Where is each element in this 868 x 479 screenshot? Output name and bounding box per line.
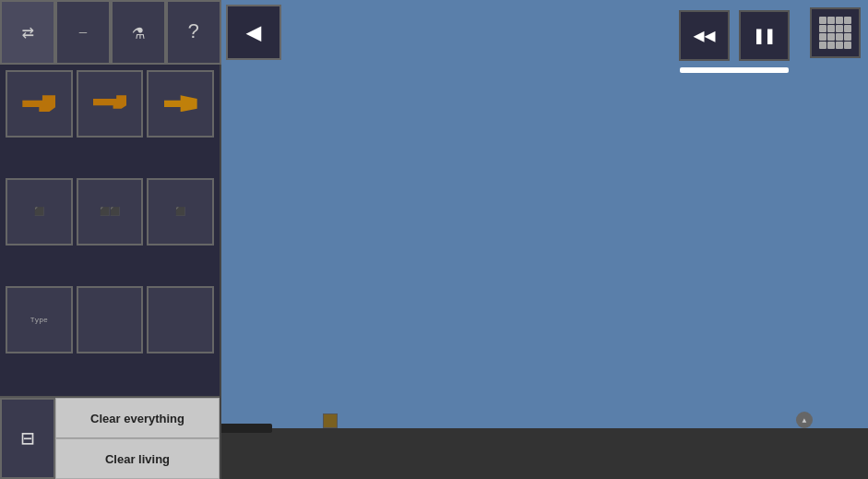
grid-cell [844,33,851,41]
grid-cell [819,33,826,41]
grid-cell [844,17,851,24]
grid-cell [844,42,851,49]
item-label-6: Type [30,316,48,324]
item-grid: ⬛ ⬛⬛ ⬛ Type [0,65,220,396]
help-icon: ? [187,21,199,44]
item-cell-3[interactable]: ⬛ [6,178,73,245]
item-cell-4[interactable]: ⬛⬛ [77,178,144,245]
grid-cell [819,17,826,24]
item-cell-2[interactable] [147,70,214,138]
entity-square [323,413,338,428]
back-button[interactable]: ◀ [226,5,281,60]
sidebar: ⇄ — ⚗ ? ⬛ [0,0,221,479]
exit-button[interactable]: ⊟ [0,398,55,479]
item-cell-6[interactable]: Type [6,286,73,353]
gun-icon-1 [93,95,126,112]
item-cell-1[interactable] [77,70,144,138]
gun-icon-2 [164,95,197,112]
progress-bar[interactable] [680,67,789,73]
ground [221,428,868,479]
potion-icon: ⚗ [132,20,144,45]
grid-toggle-button[interactable] [810,7,861,58]
grid-cell [836,17,843,24]
toolbar: ⇄ — ⚗ ? [0,0,220,65]
grid-icon [819,17,851,49]
pause-icon: ❚❚ [753,24,775,47]
grid-cell [844,25,851,32]
potion-button[interactable]: ⚗ [111,0,166,65]
item-label-5: ⬛ [149,207,212,217]
item-cell-8[interactable] [147,286,214,353]
grid-cell [827,42,835,49]
grid-cell [827,25,835,32]
clear-living-button[interactable]: Clear living [55,438,220,479]
dash-icon: — [79,25,87,40]
clear-buttons: Clear everything Clear living [55,398,220,479]
dash-button[interactable]: — [55,0,111,65]
clear-everything-button[interactable]: Clear everything [55,398,220,438]
item-cell-0[interactable] [6,70,73,138]
grid-cell [819,42,826,49]
gun-icon-0 [22,95,55,112]
grid-cell [836,25,843,32]
exit-icon: ⊟ [21,425,34,452]
grid-cell [827,33,835,41]
item-cell-7[interactable] [77,286,144,353]
ground-object-left [221,424,272,433]
pause-button[interactable]: ❚❚ [739,10,790,61]
canvas-area[interactable]: ◀ ◀◀ ❚❚ [221,0,868,479]
rewind-icon: ◀◀ [693,24,715,47]
item-label-4: ⬛⬛ [78,207,142,217]
rewind-button[interactable]: ◀◀ [679,10,730,61]
swap-icon: ⇄ [21,20,33,45]
swap-button[interactable]: ⇄ [0,0,55,65]
grid-cell [827,17,835,24]
item-cell-5[interactable]: ⬛ [147,178,214,245]
item-label-3: ⬛ [7,207,71,217]
sidebar-bottom: ⊟ Clear everything Clear living [0,396,220,479]
grid-cell [836,33,843,41]
main-container: ⇄ — ⚗ ? ⬛ [0,0,868,479]
playback-controls: ◀◀ ❚❚ [670,7,799,73]
grid-cell [819,25,826,32]
entity-right [796,412,813,428]
back-icon: ◀ [246,17,262,48]
grid-cell [836,42,843,49]
help-button[interactable]: ? [166,0,221,65]
